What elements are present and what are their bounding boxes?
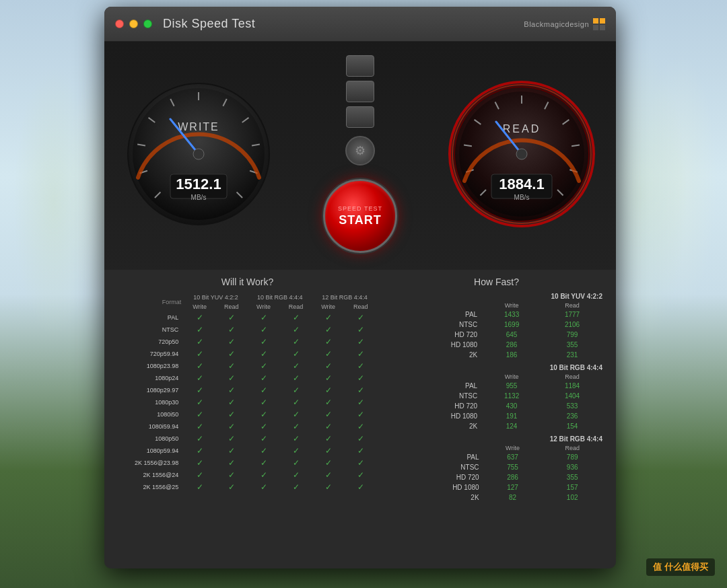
settings-button[interactable]: ⚙ <box>345 136 375 166</box>
table-row: 720p59.94✓✓✓✓✓✓ <box>118 348 377 360</box>
hf-label: 2K <box>390 350 481 360</box>
hf-read: 154 <box>542 421 602 431</box>
start-button[interactable]: SPEED TEST START <box>323 179 397 253</box>
check-cell: ✓ <box>215 336 248 348</box>
check-cell: ✓ <box>248 469 279 481</box>
maximize-button[interactable] <box>143 20 152 28</box>
format-cell: NTSC <box>118 324 184 336</box>
check-cell: ✓ <box>184 396 215 408</box>
hf-label: 2K <box>390 492 483 503</box>
svg-point-36 <box>516 149 527 159</box>
hf-write: 1132 <box>481 391 542 401</box>
svg-text:WRITE: WRITE <box>178 121 219 133</box>
check-cell: ✓ <box>248 396 279 408</box>
close-button[interactable] <box>115 20 124 28</box>
hf-row: PAL9551184 <box>390 381 602 391</box>
check-cell: ✓ <box>248 324 279 336</box>
hf-row: NTSC16992106 <box>390 320 602 330</box>
logo-sq-3 <box>593 25 598 30</box>
svg-text:MB/s: MB/s <box>514 194 530 201</box>
check-cell: ✓ <box>312 336 344 348</box>
col-rgb12-write: Write <box>312 302 344 311</box>
check-cell: ✓ <box>215 457 248 469</box>
start-label-main: START <box>339 213 382 227</box>
hf-row: PAL14331777 <box>390 309 602 320</box>
check-cell: ✓ <box>279 360 312 372</box>
svg-text:1512.1: 1512.1 <box>176 176 221 192</box>
data-section: Will it Work? Format 10 Bit YUV 4:2:2 10… <box>104 270 616 516</box>
check-cell: ✓ <box>279 408 312 420</box>
group-header-rgb12: 12 Bit RGB 4:4:4 <box>312 293 377 302</box>
check-cell: ✓ <box>184 360 215 372</box>
hf-label: PAL <box>390 309 481 320</box>
hf-write: 430 <box>481 401 542 411</box>
check-cell: ✓ <box>184 372 215 384</box>
col-yuv-write: Write <box>184 302 215 311</box>
hf-col-read: Read <box>542 301 602 309</box>
format-cell: 720p59.94 <box>118 348 184 360</box>
check-cell: ✓ <box>248 360 279 372</box>
hf-group-title: 10 Bit YUV 4:2:2 <box>390 293 602 300</box>
check-cell: ✓ <box>312 348 344 360</box>
logo-sq-1 <box>593 18 598 24</box>
table-row: 1080p50✓✓✓✓✓✓ <box>118 433 377 445</box>
minimize-button[interactable] <box>129 20 138 28</box>
hf-read: 2106 <box>542 320 602 330</box>
logo-sq-2 <box>600 18 605 24</box>
hf-table: WriteReadPAL637789NTSC755936HD 720286355… <box>390 444 602 503</box>
check-cell: ✓ <box>279 372 312 384</box>
check-cell: ✓ <box>344 324 377 336</box>
hf-read: 789 <box>542 452 602 462</box>
table-row: 720p50✓✓✓✓✓✓ <box>118 336 377 348</box>
table-row: 2K 1556@24✓✓✓✓✓✓ <box>118 469 377 481</box>
check-cell: ✓ <box>344 372 377 384</box>
col-yuv-read: Read <box>215 302 248 311</box>
hf-write: 191 <box>481 411 542 421</box>
hf-group-title: 12 Bit RGB 4:4:4 <box>390 435 602 443</box>
check-cell: ✓ <box>184 336 215 348</box>
format-btn-3[interactable] <box>346 106 374 128</box>
check-cell: ✓ <box>312 360 344 372</box>
col-rgb12-read: Read <box>344 302 377 311</box>
hf-read: 236 <box>542 411 602 421</box>
check-cell: ✓ <box>279 311 312 324</box>
table-row: 1080p23.98✓✓✓✓✓✓ <box>118 360 377 372</box>
hf-write: 1699 <box>481 320 542 330</box>
check-cell: ✓ <box>344 457 377 469</box>
hf-col-label <box>390 373 481 381</box>
brand-logo: Blackmagicdesign <box>524 18 605 30</box>
hf-col-write: Write <box>483 444 543 452</box>
format-cell: 1080p24 <box>118 372 184 384</box>
check-cell: ✓ <box>215 324 248 336</box>
check-cell: ✓ <box>184 408 215 420</box>
check-cell: ✓ <box>215 481 248 493</box>
how-fast-section: How Fast? 10 Bit YUV 4:2:2WriteReadPAL14… <box>390 277 602 503</box>
check-cell: ✓ <box>215 469 248 481</box>
check-cell: ✓ <box>279 384 312 396</box>
format-btn-1[interactable] <box>346 55 374 77</box>
table-row: PAL✓✓✓✓✓✓ <box>118 311 377 324</box>
hf-label: NTSC <box>390 391 481 401</box>
group-header-rgb10: 10 Bit RGB 4:4:4 <box>248 293 312 302</box>
app-title: Disk Speed Test <box>163 17 255 31</box>
hf-read: 1184 <box>542 381 602 391</box>
hf-write: 286 <box>481 340 542 350</box>
hf-read: 1777 <box>542 309 602 320</box>
hf-col-write: Write <box>481 373 542 381</box>
hf-label: NTSC <box>390 320 481 330</box>
format-btn-2[interactable] <box>346 81 374 102</box>
check-cell: ✓ <box>248 481 279 493</box>
check-cell: ✓ <box>215 396 248 408</box>
check-cell: ✓ <box>184 420 215 433</box>
hf-label: HD 720 <box>390 330 481 340</box>
svg-point-15 <box>193 149 204 159</box>
check-cell: ✓ <box>248 457 279 469</box>
col-rgb10-read: Read <box>279 302 312 311</box>
format-cell: 720p50 <box>118 336 184 348</box>
hf-read: 102 <box>542 492 602 503</box>
check-cell: ✓ <box>248 408 279 420</box>
brand-name: Blackmagicdesign <box>524 20 589 28</box>
check-cell: ✓ <box>344 420 377 433</box>
hf-label: 2K <box>390 421 481 431</box>
check-cell: ✓ <box>344 384 377 396</box>
